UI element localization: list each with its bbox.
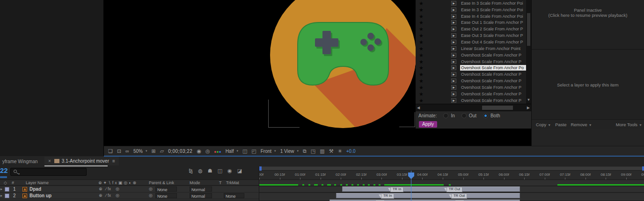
preset-item[interactable]: ★▶Ease In 3 Scale From Anchor Poi	[416, 0, 526, 7]
current-time-display[interactable]: 22	[0, 166, 8, 174]
favorite-star-icon[interactable]: ★	[419, 40, 424, 44]
mini-flowchart-icon[interactable]: ⧎	[189, 168, 193, 174]
preset-item[interactable]: ★▶Overshoot Scale From Anchor P	[416, 84, 526, 91]
share-view-icon[interactable]: ⧉	[303, 149, 307, 154]
favorite-star-icon[interactable]: ★	[419, 14, 424, 19]
layer-color-swatch[interactable]	[5, 187, 9, 192]
pick-whip-icon[interactable]: ◎	[149, 193, 153, 198]
view-layout-select[interactable]: 1 View	[280, 149, 294, 154]
preview-clip-icon[interactable]: ▶	[451, 1, 456, 6]
preview-clip-icon[interactable]: ▶	[451, 27, 456, 31]
layer-name[interactable]: Button up	[29, 193, 51, 198]
chevron-down-icon[interactable]: ▾	[236, 149, 238, 153]
preset-item[interactable]: ★▶Overshoot Scale From Anchor P	[416, 71, 526, 78]
layer-marker[interactable]: TR Out	[449, 194, 467, 199]
preview-clip-icon[interactable]: ▶	[451, 59, 456, 64]
exposure-value[interactable]: +0.0	[346, 149, 356, 154]
preset-item[interactable]: ★▶Ease Out 4 Scale From Anchor P	[416, 39, 526, 45]
channels-icon[interactable]	[214, 149, 221, 154]
preset-item[interactable]: ★▶Overshoot Scale From Anchor Po	[416, 65, 526, 71]
favorite-star-icon[interactable]: ★	[419, 1, 424, 6]
new-viewer-icon[interactable]: ◳	[311, 149, 315, 154]
grid-guides-icon[interactable]: ⊞	[151, 149, 155, 154]
preview-clip-icon[interactable]: ▶	[451, 46, 456, 51]
preview-clip-icon[interactable]: ▶	[451, 65, 456, 70]
tab-keyframe-wingman[interactable]: yframe Wingman	[2, 159, 38, 164]
layer-marker[interactable]: TR In	[388, 187, 403, 192]
mode-dropdown[interactable]: Normal▾	[190, 187, 212, 192]
fast-previews-icon[interactable]: ◫	[242, 149, 247, 154]
navigator-start-handle[interactable]	[259, 166, 262, 171]
remove-button[interactable]: Remove▼	[571, 122, 592, 127]
tab-anchorpoint-mover[interactable]: × 3.1-Anchorpoint mover ≡	[44, 157, 119, 165]
viewer-timecode[interactable]: 0;00;03;22	[168, 149, 192, 154]
preview-clip-icon[interactable]: ▶	[451, 7, 456, 12]
radio-out[interactable]	[461, 113, 467, 118]
more-tools-button[interactable]: More Tools▼	[616, 122, 642, 127]
favorite-star-icon[interactable]: ★	[419, 46, 424, 51]
favorite-star-icon[interactable]: ★	[419, 65, 424, 70]
preview-clip-icon[interactable]: ▶	[451, 14, 456, 19]
timeline-navigator[interactable]	[259, 166, 644, 171]
preset-item[interactable]: ★▶Ease In 3 Scale From Anchor Poi	[416, 7, 526, 13]
radio-label-both[interactable]: Both	[490, 113, 500, 118]
shutter-icon[interactable]: ✳	[338, 149, 342, 154]
chevron-down-icon[interactable]: ▾	[146, 149, 147, 153]
motion-blur-icon[interactable]: ◉	[227, 168, 232, 174]
horizontal-scrollbar[interactable]: ◀ ▶	[416, 104, 531, 111]
preset-item[interactable]: ★▶Overshoot Scale From Anchor P	[416, 52, 526, 58]
hscroll-thumb[interactable]	[482, 106, 513, 110]
primary-viewer-icon[interactable]: ⊡	[117, 149, 121, 154]
layer-row-partial[interactable]	[0, 199, 259, 201]
preset-item[interactable]: ★▶Overshoot Scale From Anchor P	[416, 91, 526, 97]
navigator-bar[interactable]	[262, 167, 642, 170]
paste-button[interactable]: Paste	[555, 122, 566, 127]
layer-row[interactable]: ▸2AButton up⊕ ∕ fx ◎◎None▾Normal▾None▾	[0, 193, 259, 199]
twirl-icon[interactable]: ▸	[0, 194, 2, 198]
layer-marker[interactable]: TR Out	[444, 187, 462, 192]
scroll-right-icon[interactable]: ▶	[527, 106, 530, 110]
preview-clip-icon[interactable]: ▶	[451, 98, 456, 103]
vscroll-thumb[interactable]	[527, 13, 530, 46]
favorite-star-icon[interactable]: ★	[419, 59, 424, 64]
preview-clip-icon[interactable]: ▶	[451, 92, 456, 96]
timeline-search-input[interactable]: ▾	[10, 168, 87, 176]
time-ruler[interactable]: 0:00f00:15f01:00f01:15f02:00f02:15f03:00…	[259, 171, 644, 180]
mode-dropdown[interactable]: Normal▾	[190, 193, 212, 198]
draft-3d-icon[interactable]: ◍	[198, 168, 203, 174]
preview-clip-icon[interactable]: ▶	[451, 20, 456, 25]
preset-item[interactable]: ★▶Linear Scale From Anchor Point	[416, 45, 526, 52]
favorite-star-icon[interactable]: ★	[419, 27, 424, 31]
preview-clip-icon[interactable]: ▶	[451, 40, 456, 44]
show-snapshot-icon[interactable]: ◎	[205, 149, 210, 154]
preview-clip-icon[interactable]: ▶	[451, 72, 456, 77]
favorite-star-icon[interactable]: ★	[419, 20, 424, 25]
apply-button[interactable]: Apply	[419, 121, 437, 128]
frame-blend-icon[interactable]: ◫	[218, 168, 222, 174]
copy-button[interactable]: Copy▼	[536, 122, 551, 127]
favorite-star-icon[interactable]: ★	[419, 79, 424, 83]
layer-marker[interactable]: TR In	[379, 194, 394, 199]
favorite-star-icon[interactable]: ★	[419, 92, 424, 96]
region-of-interest-icon[interactable]: ▱	[160, 149, 164, 154]
parent-dropdown[interactable]: None▾	[155, 187, 177, 192]
radio-label-out[interactable]: Out	[469, 113, 476, 118]
preset-item[interactable]: ★▶Overshoot Scale From Anchor P	[416, 58, 526, 65]
trkmat-dropdown[interactable]: None▾	[224, 193, 244, 198]
flowchart-icon[interactable]: ⚒	[329, 149, 334, 154]
chevron-down-icon[interactable]: ▾	[297, 149, 299, 153]
graph-editor-icon[interactable]: ◪	[237, 168, 242, 174]
navigator-end-handle[interactable]	[642, 166, 644, 171]
layer-name[interactable]: Dpad	[29, 187, 41, 192]
preset-item[interactable]: ★▶Ease Out 1 Scale From Anchor P	[416, 20, 526, 26]
radio-label-in[interactable]: In	[451, 113, 454, 118]
layer-row[interactable]: ▸1ADpad⊕ ∕ fx ◎◎None▾Normal▾	[0, 186, 259, 193]
chevron-down-icon[interactable]: ▾	[274, 149, 276, 153]
preview-clip-icon[interactable]: ▶	[451, 79, 456, 83]
pick-whip-icon[interactable]: ◎	[149, 187, 153, 191]
favorite-star-icon[interactable]: ★	[419, 72, 424, 77]
favorite-star-icon[interactable]: ★	[419, 33, 424, 38]
scroll-down-icon[interactable]: ▼	[526, 98, 531, 102]
hide-shy-icon[interactable]: ☗	[208, 168, 212, 174]
scroll-left-icon[interactable]: ◀	[417, 106, 420, 110]
